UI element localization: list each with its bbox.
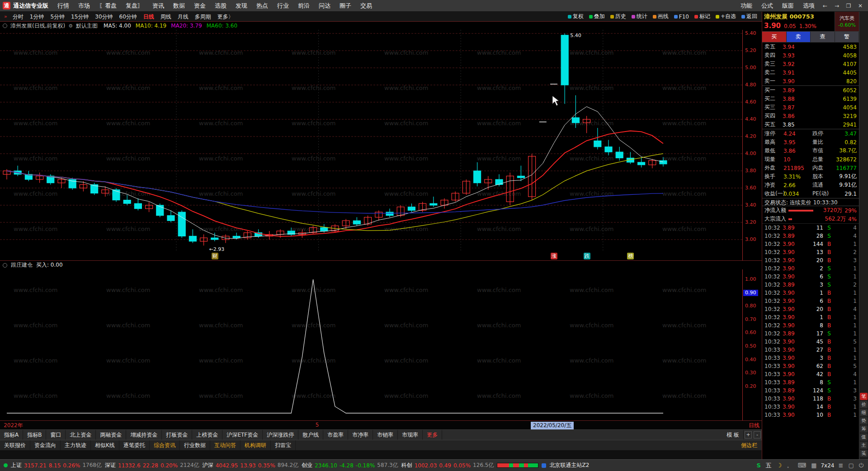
tick-row-4[interactable]: 10:323.9020B3 <box>762 256 859 264</box>
indicator-tab-5[interactable]: 增减持资金 <box>126 430 162 440</box>
menu-right-item-1[interactable]: 公式 <box>757 0 778 12</box>
tick-row-23[interactable]: 10:333.9010B1 <box>762 411 859 419</box>
server-name[interactable]: 北京联通主站Z2 <box>549 462 589 469</box>
period-tab-9[interactable]: 多周期 <box>192 12 214 22</box>
indicator-tab-13[interactable]: 市销率 <box>373 430 398 440</box>
tick-row-7[interactable]: 10:323.893S2 <box>762 281 859 289</box>
side-tab-细[interactable]: 细 <box>860 409 868 416</box>
indicator-tab-6[interactable]: 打板资金 <box>162 430 192 440</box>
bid-row-3[interactable]: 买四3.863219 <box>762 112 859 120</box>
indicator-tab-3[interactable]: 北上资金 <box>66 430 96 440</box>
tool-2[interactable]: 历史 <box>608 13 629 20</box>
side-tab-笔[interactable]: 笔 <box>860 393 868 400</box>
index-quote-3[interactable]: 创业2346.10-4.28-0.18%587.3亿 <box>302 462 398 469</box>
info-tab-4[interactable]: 逐笔委托 <box>119 440 150 450</box>
grid-icon[interactable]: ▦ <box>810 462 817 469</box>
moon-icon[interactable]: ☽ <box>776 462 783 469</box>
tdx-s-logo[interactable]: S <box>755 462 761 469</box>
menu-right-item-3[interactable]: 选项 <box>798 0 819 12</box>
info-tab-7[interactable]: 互动问答 <box>210 440 241 450</box>
indicator-tab-1[interactable]: 指标B <box>23 430 46 440</box>
indicator-tab-12[interactable]: 市净率 <box>348 430 373 440</box>
punct-icon[interactable]: 。 <box>786 462 793 470</box>
indicator-tab-0[interactable]: 指标A <box>0 430 23 440</box>
tick-row-22[interactable]: 10:333.9014B1 <box>762 403 859 411</box>
period-tab-4[interactable]: 30分钟 <box>92 12 116 22</box>
sell-button[interactable]: 卖 <box>787 32 811 42</box>
nav-forward-icon[interactable]: → <box>831 0 843 12</box>
tick-row-6[interactable]: 10:323.906S1 <box>762 273 859 281</box>
info-tab-6[interactable]: 行业数据 <box>180 440 210 450</box>
info-tab-9[interactable]: 扫雷宝 <box>271 440 296 450</box>
tool-1[interactable]: 叠加 <box>586 13 608 20</box>
event-marker-涨[interactable]: 涨 <box>551 253 557 259</box>
indicator-tab-15[interactable]: 更多 <box>423 430 442 440</box>
date-axis[interactable]: 日线 2022年52022/05/20/五 <box>0 420 762 429</box>
wubi-input-icon[interactable]: 五 <box>765 462 773 470</box>
period-tab-10[interactable]: 更多〉 <box>214 12 237 22</box>
tick-row-1[interactable]: 10:323.8928S4 <box>762 232 859 240</box>
tick-row-2[interactable]: 10:323.90144B1 <box>762 240 859 248</box>
bid-row-0[interactable]: 买一3.896052 <box>762 86 859 94</box>
info-tab-1[interactable]: 资金流向 <box>30 440 61 450</box>
menu-item-12[interactable]: 问达 <box>314 0 335 12</box>
period-tab-7[interactable]: 周线 <box>157 12 175 22</box>
info-tab-2[interactable]: 主力轨迹 <box>61 440 91 450</box>
info-tab-3[interactable]: 相似K线 <box>91 440 119 450</box>
event-marker-榜[interactable]: 榜 <box>627 253 634 259</box>
menu-item-6[interactable]: 资金 <box>189 0 210 12</box>
side-tab-值[interactable]: 值 <box>860 433 868 441</box>
ask-row-4[interactable]: 卖一3.90820 <box>762 77 859 85</box>
remove-pane-button[interactable]: - <box>754 431 761 438</box>
menu-item-0[interactable]: 行情 <box>53 0 74 12</box>
indicator-tab-10[interactable]: 散户线 <box>298 430 323 440</box>
tick-row-3[interactable]: 10:323.9013B2 <box>762 248 859 256</box>
info-tab-0[interactable]: 关联报价 <box>0 440 30 450</box>
tick-row-20[interactable]: 10:333.89124S3 <box>762 386 859 395</box>
tick-row-12[interactable]: 10:323.908B1 <box>762 321 859 330</box>
list-icon[interactable]: ≣ <box>838 462 844 469</box>
side-tab-价[interactable]: 价 <box>860 401 868 408</box>
tool-8[interactable]: 返回 <box>739 13 760 20</box>
tick-row-15[interactable]: 10:333.9027B1 <box>762 346 859 354</box>
tick-row-16[interactable]: 10:333.903B1 <box>762 354 859 362</box>
tool-6[interactable]: 标记 <box>692 13 713 20</box>
menu-item-9[interactable]: 热点 <box>252 0 273 12</box>
ask-row-1[interactable]: 卖四3.934058 <box>762 51 859 60</box>
layout-label[interactable]: 默认主图 <box>76 22 98 30</box>
period-tab-6[interactable]: 日线 <box>140 12 157 22</box>
indicator-tab-4[interactable]: 两融资金 <box>96 430 126 440</box>
indicator-tab-11[interactable]: 市盈率 <box>323 430 348 440</box>
tick-row-13[interactable]: 10:323.8917S1 <box>762 330 859 338</box>
power-icon[interactable]: ⏻ <box>858 462 864 469</box>
tool-7[interactable]: +自选 <box>713 13 739 20</box>
tick-row-17[interactable]: 10:333.9062B5 <box>762 362 859 370</box>
ask-row-3[interactable]: 卖二3.914405 <box>762 68 859 77</box>
menu-item-7[interactable]: 选股 <box>210 0 231 12</box>
bid-row-1[interactable]: 买二3.886139 <box>762 94 859 103</box>
buy-button[interactable]: 买 <box>762 32 787 42</box>
ask-row-0[interactable]: 卖五3.944583 <box>762 42 859 51</box>
restore-icon[interactable]: ❐ <box>843 0 854 12</box>
bid-row-2[interactable]: 买三3.874054 <box>762 103 859 112</box>
tool-3[interactable]: 统计 <box>629 13 650 20</box>
menu-item-11[interactable]: 前沿 <box>293 0 314 12</box>
side-tab-势[interactable]: 势 <box>860 417 868 424</box>
index-quote-2[interactable]: 沪深4042.9513.930.35%894.2亿 <box>203 462 298 469</box>
menu-item-3[interactable]: 复盘〗 <box>121 0 148 12</box>
info-tab-8[interactable]: 机构调研 <box>241 440 271 450</box>
tick-row-11[interactable]: 10:323.901B1 <box>762 313 859 321</box>
tick-list[interactable]: 10:323.8911S410:323.8928S410:323.90144B1… <box>762 223 859 459</box>
side-tab-笺[interactable]: 笺 <box>860 450 868 457</box>
tick-row-21[interactable]: 10:333.90118B3 <box>762 395 859 403</box>
tick-row-18[interactable]: 10:333.9042B4 <box>762 370 859 378</box>
tool-4[interactable]: 画线 <box>650 13 671 20</box>
sidebar-toggle[interactable]: 侧边栏 <box>737 440 762 450</box>
indicator-tab-8[interactable]: 沪深ETF资金 <box>222 430 263 440</box>
menu-item-10[interactable]: 行业 <box>273 0 293 12</box>
tick-row-9[interactable]: 10:323.906B1 <box>762 297 859 305</box>
menu-right-item-0[interactable]: 功能 <box>736 0 757 12</box>
alert-button[interactable]: 警 <box>835 32 859 42</box>
tick-row-19[interactable]: 10:333.898S1 <box>762 378 859 386</box>
indicator-tab-7[interactable]: 上榜资金 <box>192 430 222 440</box>
